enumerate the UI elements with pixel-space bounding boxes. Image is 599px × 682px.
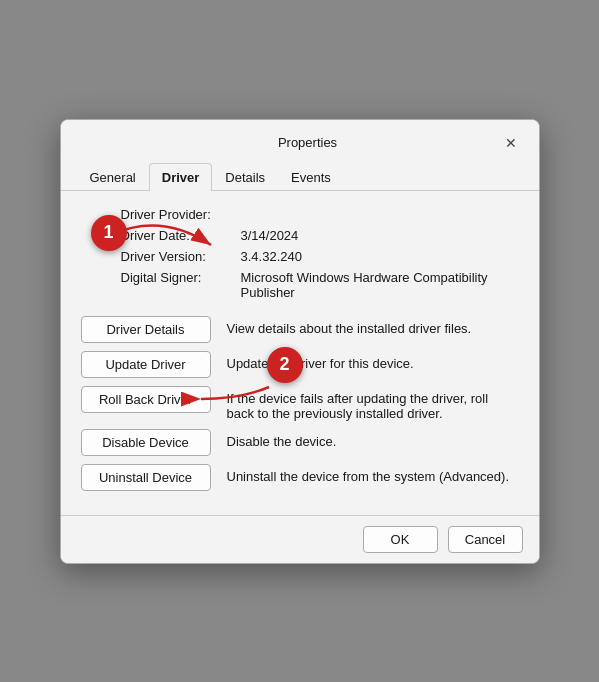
driver-version-value: 3.4.32.240 (241, 249, 519, 264)
tab-details[interactable]: Details (212, 163, 278, 191)
content-wrap: 1 Driver Provider: Driver Date: 3/ (81, 207, 519, 491)
digital-signer-row: Digital Signer: Microsoft Windows Hardwa… (121, 270, 519, 300)
digital-signer-label: Digital Signer: (121, 270, 241, 285)
disable-device-desc: Disable the device. (227, 429, 519, 449)
driver-info-table: Driver Provider: Driver Date: 3/14/2024 … (121, 207, 519, 300)
driver-details-desc: View details about the installed driver … (227, 316, 519, 336)
ok-button[interactable]: OK (363, 526, 438, 553)
close-button[interactable]: ✕ (499, 131, 523, 155)
driver-provider-row: Driver Provider: (121, 207, 519, 222)
driver-provider-label: Driver Provider: (121, 207, 241, 222)
tab-bar: General Driver Details Events (61, 156, 539, 191)
cancel-button[interactable]: Cancel (448, 526, 523, 553)
uninstall-device-button[interactable]: Uninstall Device (81, 464, 211, 491)
driver-details-button[interactable]: Driver Details (81, 316, 211, 343)
title-bar: Properties ✕ (61, 120, 539, 156)
roll-back-driver-button[interactable]: Roll Back Driver (81, 386, 211, 413)
driver-details-row: Driver Details View details about the in… (81, 316, 519, 343)
dialog-title: Properties (117, 135, 499, 150)
annotation-2: 2 (267, 347, 303, 383)
uninstall-device-desc: Uninstall the device from the system (Ad… (227, 464, 519, 484)
update-driver-button[interactable]: Update Driver (81, 351, 211, 378)
driver-date-value: 3/14/2024 (241, 228, 519, 243)
roll-back-driver-row: Roll Back Driver If the device fails aft… (81, 386, 519, 421)
disable-device-button[interactable]: Disable Device (81, 429, 211, 456)
disable-device-row: Disable Device Disable the device. (81, 429, 519, 456)
tab-events[interactable]: Events (278, 163, 344, 191)
dialog-footer: OK Cancel (61, 515, 539, 563)
driver-date-label: Driver Date: (121, 228, 241, 243)
tab-driver[interactable]: Driver (149, 163, 213, 191)
uninstall-device-row: Uninstall Device Uninstall the device fr… (81, 464, 519, 491)
annotation-1: 1 (91, 215, 127, 251)
roll-back-driver-desc: If the device fails after updating the d… (227, 386, 519, 421)
update-driver-row: Update Driver Update the driver for this… (81, 351, 519, 378)
digital-signer-value: Microsoft Windows Hardware Compatibility… (241, 270, 519, 300)
tab-general[interactable]: General (77, 163, 149, 191)
dialog-content: 1 Driver Provider: Driver Date: 3/ (61, 191, 539, 515)
driver-date-row: Driver Date: 3/14/2024 (121, 228, 519, 243)
properties-dialog: Properties ✕ General Driver Details Even… (60, 119, 540, 564)
driver-version-label: Driver Version: (121, 249, 241, 264)
driver-version-row: Driver Version: 3.4.32.240 (121, 249, 519, 264)
